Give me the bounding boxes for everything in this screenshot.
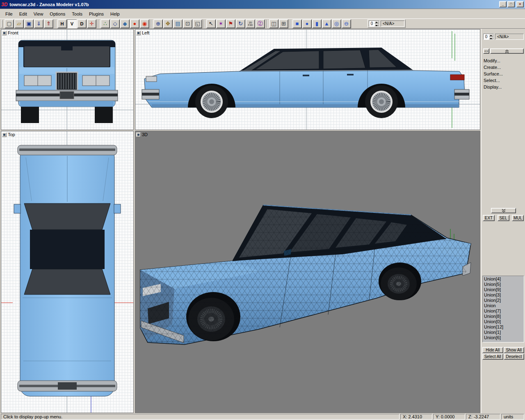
ext-button[interactable]: EXT [483,215,495,221]
viewport-title: 3D [142,132,148,137]
left-view-canvas[interactable] [135,30,480,130]
object-list-item[interactable]: Union[12] [484,324,524,330]
minimize-button[interactable]: _ [499,1,507,7]
sidebar-item-modify[interactable]: Modify... [484,57,524,64]
export-icon[interactable]: ⇑ [44,19,53,28]
primitive-cone-icon[interactable]: ▲ [322,19,331,28]
primitive-box-icon[interactable]: ■ [292,19,302,28]
spinner-down-icon[interactable] [489,37,493,40]
viewport-3d[interactable]: 3D [135,131,480,413]
show-all-button[interactable]: Show All [504,347,525,353]
menu-view[interactable]: View [30,10,47,18]
viewport-menu-icon[interactable] [2,132,7,137]
save-icon[interactable]: ▣ [24,19,34,28]
viewport-menu-icon[interactable] [136,132,141,137]
expand-down-button[interactable] [491,208,516,213]
menu-options[interactable]: Options [46,10,68,18]
3d-view-canvas[interactable] [135,131,480,413]
primitive-cylinder-icon[interactable]: ▮ [312,19,322,28]
spinner-down-icon[interactable] [374,24,379,27]
toggle-h-button[interactable]: H [57,19,67,28]
open-folder-icon[interactable]: ▱ [14,19,24,28]
toolbar-spinner[interactable]: 0 [369,21,379,27]
titlebar: 3D towncar.z3d - Zanoza Modeler v1.07b _… [0,0,525,9]
menu-plugins[interactable]: Plugins [86,10,107,18]
zoom-tool-icon[interactable]: ⊕ [153,19,163,28]
viewport-left[interactable]: Left [135,29,480,130]
object-list-item[interactable]: Union[1] [484,330,524,335]
mul-button[interactable]: MUL [512,215,524,221]
material-icon[interactable]: ● [130,19,139,28]
hide-all-button[interactable]: Hide All [482,347,503,353]
selection-mode-buttons: EXTSELMUL [483,215,524,221]
front-view-canvas[interactable] [1,30,133,130]
primitive-disc-icon[interactable]: ⊖ [342,19,351,28]
menu-edit[interactable]: Edit [16,10,30,18]
zoom-extents-icon[interactable]: ⊡ [183,19,192,28]
toggle-v-button[interactable]: V [67,19,77,28]
viewport-top[interactable]: Top [1,131,134,413]
deselect-button[interactable]: Deselect [504,354,525,360]
window-title: towncar.z3d - Zanoza Modeler v1.07b [9,2,497,7]
pan-tool-icon[interactable]: ✥ [163,19,173,28]
toolbar-separator [98,20,99,28]
object-list-item[interactable]: Union[4] [484,276,524,282]
sidebar-item-create[interactable]: Create... [484,64,524,71]
object-list-item[interactable]: Union[8] [484,314,524,319]
orbit-tool-icon[interactable]: ▤ [173,19,183,28]
faces-mode-icon[interactable]: ◆ [120,19,130,28]
object-list-item[interactable]: Union[9] [484,287,524,292]
sidebar-spinner[interactable]: 0 [483,34,494,40]
toolbar-selector[interactable]: <N/A> [381,21,404,27]
sidebar-item-display[interactable]: Display... [484,84,524,90]
object-list: Union[4]Union[5]Union[9]Union[3]Union[2]… [482,276,524,342]
sel-button[interactable]: SEL [498,215,509,221]
app-icon: 3D [1,2,7,7]
object-list-item[interactable]: Union[0] [484,319,524,324]
maximize-button[interactable]: □ [507,1,515,7]
edges-mode-icon[interactable]: ◇ [110,19,120,28]
primitive-torus-icon[interactable]: ◎ [332,19,341,28]
rotate-tool-icon[interactable]: ↻ [236,19,245,28]
sidebar-item-select[interactable]: Select... [484,77,524,84]
statusbar: Click to display pop-up menu. X: 2.4310 … [0,413,525,420]
render-sphere-icon[interactable]: ◉ [140,19,149,28]
menu-tools[interactable]: Tools [68,10,86,18]
viewport-maximize-icon[interactable]: ⊞ [279,19,288,28]
object-list-item[interactable]: Union[5] [484,282,524,287]
z-axis-toggle-icon[interactable]: Ⓩ [256,19,265,28]
viewport-menu-icon[interactable] [136,31,141,35]
primitive-sphere-icon[interactable]: ● [302,19,312,28]
status-z-coordinate: Z: -3.2247 [466,414,500,420]
axes-filter-icon[interactable]: ✛ [87,19,96,28]
viewport-menu-icon[interactable] [2,31,7,35]
object-list-item[interactable]: Union[2] [484,298,524,303]
viewport-layout-icon[interactable]: ◫ [269,19,278,28]
swap-panel-button[interactable]: <> [483,48,489,54]
viewport-front[interactable]: Front [1,29,134,130]
close-button[interactable]: × [516,1,524,7]
import-icon[interactable]: ⇓ [34,19,43,28]
object-list-item[interactable]: Union [484,303,524,308]
select-all-button[interactable]: Select All [482,354,503,360]
menu-help[interactable]: Help [107,10,123,18]
vertices-mode-icon[interactable]: ∴ [100,19,110,28]
menu-file[interactable]: File [2,10,16,18]
select-flag-icon[interactable]: ⚑ [226,19,235,28]
top-view-canvas[interactable] [1,131,133,413]
zoom-region-icon[interactable]: ◱ [193,19,202,28]
new-file-icon[interactable]: ▢ [5,19,14,28]
object-actions: Hide AllShow AllSelect AllDeselect [482,347,524,360]
toolbar-grip[interactable] [1,20,2,28]
sidebar-item-surface[interactable]: Surface... [484,71,524,77]
toggle-d-button[interactable]: D [77,19,87,28]
object-list-item[interactable]: Union[7] [484,308,524,314]
select-arrow-icon[interactable]: ↖ [206,19,216,28]
mode-2d3d-button[interactable]: 2D F3D [246,19,255,28]
select-star-icon[interactable]: ✶ [216,19,226,28]
object-list-item[interactable]: Union[6] [484,335,524,340]
collapse-up-button[interactable] [490,48,524,54]
car-top-render [14,145,121,396]
object-list-item[interactable]: Union[3] [484,292,524,298]
sidebar-selector[interactable]: <N/A> [495,34,524,40]
